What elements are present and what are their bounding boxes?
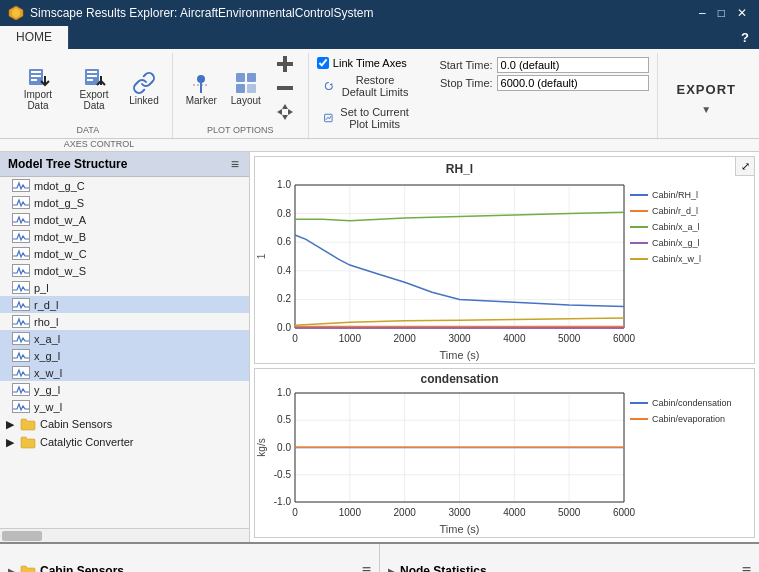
tree-item-mdot_g_C[interactable]: mdot_g_C — [0, 177, 249, 194]
export-dropdown-arrow[interactable]: ▼ — [701, 104, 711, 115]
minimize-button[interactable]: – — [695, 6, 710, 20]
pan-button[interactable] — [270, 101, 300, 123]
stop-time-label: Stop Time: — [428, 77, 493, 89]
tree-item-mdot_w_B[interactable]: mdot_w_B — [0, 228, 249, 245]
tree-item-label: mdot_g_C — [34, 180, 85, 192]
export-button[interactable]: EXPORT — [666, 77, 747, 102]
zoom-out-button[interactable] — [270, 77, 300, 99]
plot-options-items: Marker Layout — [181, 53, 300, 123]
signal-icon — [12, 230, 30, 243]
svg-rect-10 — [87, 79, 93, 81]
plot-toolbar: ⤢ — [735, 156, 755, 176]
svg-rect-16 — [236, 84, 245, 93]
tree-item-label: rho_l — [34, 316, 58, 328]
tree-item-rho_l[interactable]: rho_l — [0, 313, 249, 330]
link-time-axes-label: Link Time Axes — [333, 57, 407, 69]
plot-extra-buttons — [270, 53, 300, 123]
maximize-button[interactable]: □ — [714, 6, 729, 20]
tree-item-y_g_l[interactable]: y_g_l — [0, 381, 249, 398]
tree-item-r_d_l[interactable]: r_d_l — [0, 296, 249, 313]
tree-item-mdot_w_A[interactable]: mdot_w_A — [0, 211, 249, 228]
bottom-bar: ▶ Cabin Sensors ≡ ▶ Node Statistics ≡ — [0, 542, 759, 572]
signal-icon — [12, 196, 30, 209]
sidebar-controls: ≡ — [229, 156, 241, 172]
set-to-current-plot-limits-button[interactable]: Set to Current Plot Limits — [317, 103, 420, 133]
link-time-axes-checkbox[interactable] — [317, 57, 329, 69]
tree-item-mdot_w_C[interactable]: mdot_w_C — [0, 245, 249, 262]
folder-icon-bottom1 — [20, 564, 36, 572]
tree-scrollbar-thumb — [2, 531, 42, 541]
signal-icon — [12, 247, 30, 260]
signal-icon — [12, 315, 30, 328]
cabin-sensors-section: ▶ Cabin Sensors ≡ — [0, 544, 380, 572]
tree-scrollbar-x[interactable] — [0, 528, 249, 542]
svg-rect-15 — [247, 73, 256, 82]
set-to-current-plot-limits-label: Set to Current Plot Limits — [337, 106, 413, 130]
tree-item-mdot_g_S[interactable]: mdot_g_S — [0, 194, 249, 211]
linked-icon — [132, 71, 156, 95]
app-title: Simscape Results Explorer: AircraftEnvir… — [30, 6, 373, 20]
layout-button[interactable]: Layout — [226, 68, 266, 109]
linked-button[interactable]: Linked — [124, 68, 163, 109]
signal-icon — [12, 264, 30, 277]
start-time-input[interactable] — [497, 57, 649, 73]
catalytic-converter-group[interactable]: ▶ Catalytic Converter — [0, 433, 249, 451]
cabin-sensors-menu-btn[interactable]: ≡ — [362, 562, 371, 572]
signal-icon — [12, 332, 30, 345]
tree-item-x_g_l[interactable]: x_g_l — [0, 347, 249, 364]
tree-items-container: mdot_g_Cmdot_g_Smdot_w_Amdot_w_Bmdot_w_C… — [0, 177, 249, 415]
stop-time-input[interactable] — [497, 75, 649, 91]
ribbon-group-plot-options: Marker Layout PLOT OPTION — [173, 53, 309, 138]
export-data-label: Export Data — [73, 89, 115, 111]
node-statistics-expand-btn[interactable]: ▶ — [388, 566, 396, 573]
tree-item-x_a_l[interactable]: x_a_l — [0, 330, 249, 347]
data-group-label: DATA — [77, 125, 100, 138]
cabin-sensors-label: Cabin Sensors — [40, 418, 112, 430]
tree-container[interactable]: mdot_g_Cmdot_g_Smdot_w_Amdot_w_Bmdot_w_C… — [0, 177, 249, 528]
sidebar-menu-button[interactable]: ≡ — [229, 156, 241, 172]
signal-icon — [12, 366, 30, 379]
node-statistics-menu-btn[interactable]: ≡ — [742, 562, 751, 572]
axes-control-group-label: AXES CONTROL — [4, 139, 194, 149]
tree-item-mdot_w_S[interactable]: mdot_w_S — [0, 262, 249, 279]
expand-plot-button[interactable]: ⤢ — [735, 156, 755, 176]
export-section: EXPORT ▼ — [666, 77, 747, 115]
signal-icon — [12, 298, 30, 311]
svg-rect-14 — [236, 73, 245, 82]
start-time-row: Start Time: — [428, 57, 649, 73]
restore-default-limits-label: Restore Default Limits — [338, 74, 413, 98]
tree-item-label: mdot_w_A — [34, 214, 86, 226]
tree-item-label: mdot_w_S — [34, 265, 86, 277]
catalytic-converter-expand[interactable]: ▶ — [4, 436, 16, 449]
cabin-sensors-expand-btn[interactable]: ▶ — [8, 566, 16, 573]
tree-item-label: y_w_l — [34, 401, 62, 413]
plot-options-label: PLOT OPTIONS — [207, 125, 273, 138]
tab-home[interactable]: HOME — [0, 26, 69, 49]
zoom-in-button[interactable] — [270, 53, 300, 75]
layout-label: Layout — [231, 95, 261, 106]
import-icon — [26, 65, 50, 89]
tree-item-p_l[interactable]: p_l — [0, 279, 249, 296]
cabin-sensors-group[interactable]: ▶ Cabin Sensors — [0, 415, 249, 433]
signal-icon — [12, 281, 30, 294]
model-tree-title: Model Tree Structure — [8, 157, 127, 171]
signal-icon — [12, 179, 30, 192]
signal-icon — [12, 400, 30, 413]
svg-rect-9 — [87, 75, 97, 77]
tree-item-x_w_l[interactable]: x_w_l — [0, 364, 249, 381]
ribbon-group-axes: Link Time Axes Restore Default Limits Se… — [309, 53, 658, 138]
svg-rect-5 — [31, 79, 37, 81]
import-data-button[interactable]: Import Data — [12, 62, 64, 114]
help-button[interactable]: ? — [731, 26, 759, 49]
layout-icon — [234, 71, 258, 95]
export-data-button[interactable]: Export Data — [68, 62, 120, 114]
cabin-sensors-expand[interactable]: ▶ — [4, 418, 16, 431]
title-bar-controls: – □ ✕ — [695, 6, 751, 20]
link-time-axes-check[interactable]: Link Time Axes — [317, 57, 420, 69]
restore-default-limits-button[interactable]: Restore Default Limits — [317, 71, 420, 101]
marker-button[interactable]: Marker — [181, 68, 222, 109]
tree-item-label: mdot_w_B — [34, 231, 86, 243]
axes-checks: Link Time Axes Restore Default Limits Se… — [317, 53, 420, 133]
tree-item-y_w_l[interactable]: y_w_l — [0, 398, 249, 415]
close-button[interactable]: ✕ — [733, 6, 751, 20]
